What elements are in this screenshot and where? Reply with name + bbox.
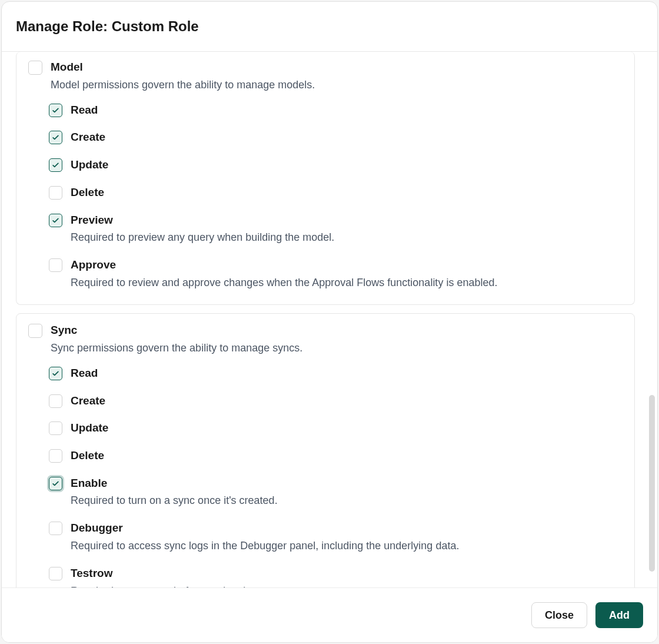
permission-text: Create	[71, 394, 105, 409]
dialog-title: Manage Role: Custom Role	[16, 18, 643, 35]
check-icon	[51, 133, 60, 142]
permission-desc: Required to preview any query when build…	[71, 230, 334, 245]
section-model-title: Model	[51, 60, 315, 75]
check-icon	[51, 479, 60, 488]
permission-sync-read: Read	[49, 366, 623, 381]
section-sync-head: Sync Sync permissions govern the ability…	[28, 323, 623, 356]
permission-text: Delete	[71, 449, 104, 463]
check-icon	[51, 106, 60, 115]
checkbox-sync-all[interactable]	[28, 324, 42, 338]
section-sync-text: Sync Sync permissions govern the ability…	[51, 323, 302, 356]
permission-model-preview: Preview Required to preview any query wh…	[49, 213, 623, 245]
permission-model-update: Update	[49, 158, 623, 172]
permission-desc: Required to test rows before saving the …	[71, 583, 282, 587]
manage-role-dialog: Manage Role: Custom Role Model Model per…	[1, 1, 658, 643]
checkbox-model-update[interactable]	[49, 158, 62, 172]
permission-sync-testrow: Testrow Required to test rows before sav…	[49, 566, 623, 587]
permission-text: Testrow Required to test rows before sav…	[71, 566, 282, 587]
permission-text: Enable Required to turn on a sync once i…	[71, 476, 278, 509]
checkbox-sync-testrow[interactable]	[49, 567, 62, 580]
checkbox-sync-create[interactable]	[49, 394, 62, 408]
dialog-footer: Close Add	[2, 587, 657, 642]
checkbox-model-preview[interactable]	[49, 214, 62, 227]
permission-desc: Required to access sync logs in the Debu…	[71, 538, 459, 553]
check-icon	[51, 369, 60, 378]
permission-sync-update: Update	[49, 421, 623, 436]
permission-model-delete: Delete	[49, 185, 623, 200]
permission-label: Update	[71, 421, 108, 436]
permission-desc: Required to review and approve changes w…	[71, 275, 497, 290]
permission-model-approve: Approve Required to review and approve c…	[49, 258, 623, 290]
section-model-text: Model Model permissions govern the abili…	[51, 60, 315, 92]
permission-text: Update	[71, 421, 108, 436]
permission-sync-debugger: Debugger Required to access sync logs in…	[49, 521, 623, 553]
permission-label: Read	[71, 103, 98, 118]
permission-model-read: Read	[49, 103, 623, 118]
permission-label: Update	[71, 158, 108, 172]
permission-label: Approve	[71, 258, 497, 273]
permission-sync-enable: Enable Required to turn on a sync once i…	[49, 476, 623, 509]
checkbox-model-create[interactable]	[49, 131, 62, 144]
permission-label: Delete	[71, 185, 104, 200]
checkbox-sync-debugger[interactable]	[49, 522, 62, 535]
checkbox-sync-update[interactable]	[49, 421, 62, 435]
model-permissions-list: Read Create Update	[49, 103, 623, 290]
checkbox-model-delete[interactable]	[49, 186, 62, 200]
checkbox-sync-enable[interactable]	[49, 477, 62, 490]
check-icon	[51, 161, 60, 170]
dialog-body[interactable]: Model Model permissions govern the abili…	[2, 52, 657, 587]
sync-permissions-list: Read Create Update	[49, 366, 623, 587]
permission-text: Approve Required to review and approve c…	[71, 258, 497, 290]
section-model: Model Model permissions govern the abili…	[16, 52, 635, 305]
section-sync-title: Sync	[51, 323, 302, 338]
checkbox-sync-read[interactable]	[49, 367, 62, 380]
checkbox-model-read[interactable]	[49, 104, 62, 117]
permission-label: Create	[71, 130, 105, 145]
section-model-head: Model Model permissions govern the abili…	[28, 60, 623, 92]
permission-text: Create	[71, 130, 105, 145]
permission-label: Enable	[71, 476, 278, 491]
permission-text: Preview Required to preview any query wh…	[71, 213, 334, 245]
section-sync-desc: Sync permissions govern the ability to m…	[51, 340, 302, 356]
add-button[interactable]: Add	[595, 602, 643, 628]
permission-label: Debugger	[71, 521, 459, 536]
checkbox-model-approve[interactable]	[49, 258, 62, 272]
section-sync: Sync Sync permissions govern the ability…	[16, 313, 635, 587]
permission-text: Delete	[71, 185, 104, 200]
permission-label: Preview	[71, 213, 334, 228]
dialog-header: Manage Role: Custom Role	[2, 2, 657, 52]
permission-label: Read	[71, 366, 98, 381]
permission-text: Read	[71, 366, 98, 381]
permission-desc: Required to turn on a sync once it's cre…	[71, 493, 278, 508]
check-icon	[51, 216, 60, 225]
checkbox-sync-delete[interactable]	[49, 449, 62, 463]
permission-text: Debugger Required to access sync logs in…	[71, 521, 459, 553]
checkbox-model-all[interactable]	[28, 61, 42, 75]
permission-model-create: Create	[49, 130, 623, 145]
permission-text: Read	[71, 103, 98, 118]
permission-label: Delete	[71, 449, 104, 463]
permission-label: Create	[71, 394, 105, 409]
section-model-desc: Model permissions govern the ability to …	[51, 77, 315, 92]
permission-text: Update	[71, 158, 108, 172]
permission-sync-delete: Delete	[49, 449, 623, 463]
permission-sync-create: Create	[49, 394, 623, 409]
close-button[interactable]: Close	[531, 602, 587, 628]
permission-label: Testrow	[71, 566, 282, 581]
